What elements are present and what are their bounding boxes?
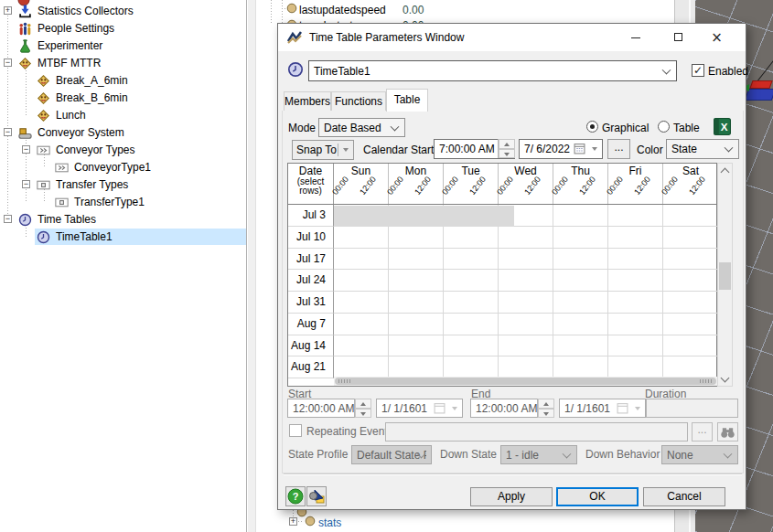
grid-cell[interactable] bbox=[499, 227, 553, 249]
spin-up-icon[interactable] bbox=[355, 399, 371, 409]
grid-cell[interactable] bbox=[608, 249, 663, 271]
grid-corner-cell[interactable]: Date (select rows) bbox=[288, 164, 334, 204]
grid-cell[interactable] bbox=[389, 227, 444, 249]
grid-cell[interactable] bbox=[334, 292, 389, 314]
week-row-label[interactable]: Aug 14 bbox=[288, 335, 334, 357]
grid-cell[interactable] bbox=[444, 356, 499, 378]
grid-cell[interactable] bbox=[334, 356, 389, 378]
grid-cell[interactable] bbox=[663, 249, 718, 271]
week-row-label[interactable]: Jul 3 bbox=[288, 205, 334, 227]
week-row-label[interactable]: Jul 10 bbox=[288, 227, 334, 249]
grid-cell[interactable] bbox=[334, 335, 389, 357]
grid-cell[interactable] bbox=[553, 249, 608, 271]
grid-cell[interactable] bbox=[444, 270, 499, 292]
tab-functions[interactable]: Functions bbox=[331, 91, 386, 111]
collapse-icon[interactable]: − bbox=[22, 145, 30, 154]
spin-down-icon[interactable] bbox=[538, 409, 554, 419]
grid-week-row[interactable]: Jul 10 bbox=[288, 227, 716, 249]
grid-cell[interactable] bbox=[553, 205, 608, 227]
grid-cell[interactable] bbox=[389, 249, 444, 271]
spin-up-icon[interactable] bbox=[499, 139, 515, 149]
grid-cell[interactable] bbox=[663, 227, 718, 249]
expand-icon[interactable]: + bbox=[4, 6, 12, 15]
grid-cell[interactable] bbox=[608, 356, 663, 378]
grid-cell[interactable] bbox=[608, 270, 663, 292]
grid-cell[interactable] bbox=[553, 270, 608, 292]
scroll-up-arrow[interactable] bbox=[718, 164, 732, 177]
grid-day-header-wed[interactable]: Wed00:0012:00 bbox=[499, 164, 553, 204]
machine-object[interactable] bbox=[749, 80, 772, 89]
sidebar-item-time-tables[interactable]: Time Tables bbox=[18, 211, 99, 228]
grid-day-header-tue[interactable]: Tue00:0012:00 bbox=[444, 164, 499, 204]
sidebar-item-transfer-types[interactable]: Transfer Types bbox=[37, 176, 131, 193]
grid-cell[interactable] bbox=[389, 270, 444, 292]
enabled-checkbox[interactable]: ✓ bbox=[692, 64, 704, 77]
end-time-spinner[interactable]: 12:00:00 AM bbox=[470, 399, 554, 418]
grid-header[interactable]: Date (select rows) Sun00:0012:00Mon00:00… bbox=[288, 164, 716, 205]
sidebar-item-conveyortype1[interactable]: ConveyorType1 bbox=[55, 159, 154, 176]
down-behavior-dropdown[interactable]: None bbox=[661, 445, 738, 464]
repeating-browse-button[interactable]: ... bbox=[692, 422, 713, 442]
week-row-label[interactable]: Jul 17 bbox=[288, 249, 334, 271]
state-profile-dropdown[interactable]: Default State P bbox=[351, 445, 432, 464]
grid-cell[interactable] bbox=[499, 314, 553, 335]
grid-cell[interactable] bbox=[334, 270, 389, 292]
tab-members[interactable]: Members bbox=[284, 91, 331, 111]
horizontal-scrollbar[interactable] bbox=[334, 377, 717, 386]
grid-cell[interactable] bbox=[444, 227, 499, 249]
grid-cell[interactable] bbox=[389, 292, 444, 314]
sidebar-item-conveyor-system[interactable]: Conveyor System bbox=[18, 124, 127, 141]
grid-cell[interactable] bbox=[663, 205, 718, 227]
sidebar-item-break-a-6min[interactable]: Break_A_6min bbox=[37, 72, 131, 89]
sidebar-item-break-b-6min[interactable]: Break_B_6min bbox=[37, 90, 131, 106]
end-date-picker[interactable]: 1/ 1/1601 bbox=[559, 399, 646, 418]
color-dropdown[interactable]: State bbox=[666, 139, 739, 159]
collapse-icon[interactable]: − bbox=[4, 128, 12, 136]
grid-cell[interactable] bbox=[663, 270, 718, 292]
collapse-icon[interactable]: − bbox=[4, 215, 12, 223]
grid-cell[interactable] bbox=[553, 335, 608, 357]
week-row-label[interactable]: Jul 31 bbox=[288, 292, 334, 314]
grid-cell[interactable] bbox=[334, 314, 389, 335]
export-excel-icon[interactable]: X bbox=[714, 118, 731, 135]
sidebar-item-conveyor-types[interactable]: Conveyor Types bbox=[37, 142, 138, 158]
grid-day-header-fri[interactable]: Fri00:0012:00 bbox=[608, 164, 663, 204]
grid-cell[interactable] bbox=[663, 292, 718, 314]
scrollbar-thumb[interactable] bbox=[719, 262, 731, 290]
grid-cell[interactable] bbox=[608, 292, 663, 314]
grid-week-row[interactable]: Jul 17 bbox=[288, 249, 716, 271]
sidebar-item-people-settings[interactable]: People Settings bbox=[18, 20, 117, 37]
minimize-button[interactable] bbox=[615, 24, 656, 51]
repeating-event-field[interactable] bbox=[385, 422, 688, 442]
grid-cell[interactable] bbox=[499, 270, 553, 292]
grid-day-header-mon[interactable]: Mon00:0012:00 bbox=[389, 164, 444, 204]
week-row-label[interactable]: Aug 7 bbox=[288, 314, 334, 335]
calendar-start-date-picker[interactable]: 7/ 6/2022 bbox=[519, 139, 603, 159]
grid-cell[interactable] bbox=[663, 314, 718, 335]
week-row-label[interactable]: Jul 24 bbox=[288, 270, 334, 292]
tab-table[interactable]: Table bbox=[386, 89, 428, 112]
spin-down-icon[interactable] bbox=[499, 149, 515, 159]
table-radio[interactable] bbox=[658, 121, 670, 133]
attribute-value[interactable]: 0.00 bbox=[403, 4, 424, 16]
grid-cell[interactable] bbox=[553, 314, 608, 335]
dialog-titlebar[interactable]: Time Table Parameters Window × bbox=[278, 24, 746, 51]
panel-divider[interactable] bbox=[248, 0, 256, 532]
grid-cell[interactable] bbox=[389, 335, 444, 357]
timetable-name-combobox[interactable]: TimeTable1 bbox=[308, 60, 677, 81]
grid-cell[interactable] bbox=[499, 356, 553, 378]
tree-inspect-button[interactable] bbox=[306, 486, 327, 506]
ok-button[interactable]: OK bbox=[556, 487, 639, 506]
week-row-label[interactable]: Aug 21 bbox=[288, 356, 334, 378]
mode-dropdown[interactable]: Date Based bbox=[318, 118, 405, 137]
grid-week-row[interactable]: Jul 31 bbox=[288, 292, 716, 314]
grid-cell[interactable] bbox=[608, 227, 663, 249]
attribute-name[interactable]: lastupdatedspeed bbox=[299, 4, 386, 16]
scrollbar-thumb[interactable] bbox=[335, 378, 716, 385]
sidebar-item-lunch[interactable]: Lunch bbox=[37, 107, 89, 123]
grid-cell[interactable] bbox=[608, 314, 663, 335]
snap-to-dropdown-arrow[interactable] bbox=[343, 148, 349, 152]
grid-cell[interactable] bbox=[663, 335, 718, 357]
timetable-grid[interactable]: Date (select rows) Sun00:0012:00Mon00:00… bbox=[287, 163, 733, 387]
scroll-down-arrow[interactable] bbox=[718, 372, 732, 386]
